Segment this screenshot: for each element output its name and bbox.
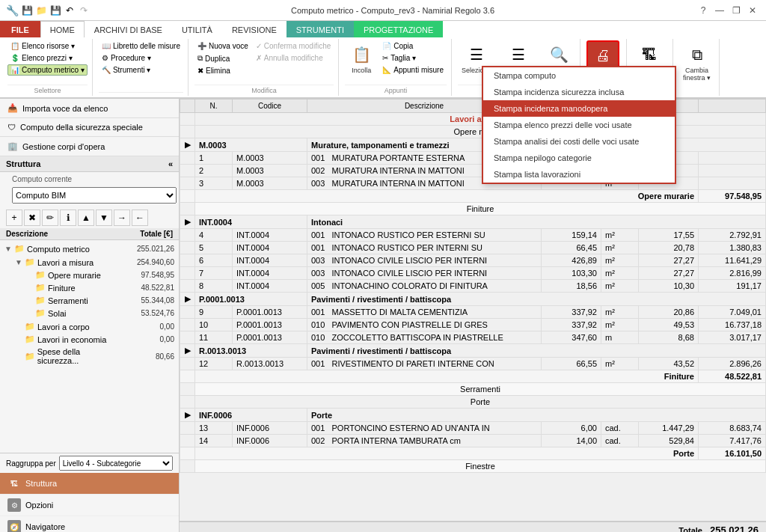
sidebar-gestione[interactable]: 🏢 Gestione corpi d'opera: [0, 137, 179, 156]
btn-strumenti[interactable]: 🔨 Strumenti ▾: [99, 64, 183, 76]
btn-elenco-prezzi[interactable]: 💲 Elenco prezzi ▾: [7, 52, 88, 64]
sidebar-sicurezza[interactable]: 🛡 Computo della sicurezza speciale: [0, 118, 179, 136]
table-row[interactable]: 3 M.0003 003 MURATURA INTERNA IN MATTONI…: [180, 177, 766, 190]
tree-children-computo: ▼ 📁 Lavori a misura 254.940,60 📁: [1, 255, 177, 367]
deselect-icon: ☰: [506, 43, 530, 67]
nav-tab-navigatore[interactable]: 🧭 Navigatore: [0, 516, 179, 532]
table-row[interactable]: ▶ M.0003 Murature, tamponamenti e tramez…: [180, 138, 766, 152]
table-row[interactable]: ▶ R.0013.0013 Pavimenti / rivestimenti /…: [180, 344, 766, 358]
btn-appunti-misure[interactable]: 📐 Appunti misure: [379, 64, 447, 76]
raggruppa-select[interactable]: Livello 4 - Subcategorie: [59, 456, 173, 471]
libretto-items: 📖 Libretto delle misure ⚙ Procedure ▾ 🔨 …: [99, 40, 183, 92]
btn-conferma[interactable]: ✓ Conferma modifiche: [253, 40, 334, 52]
table-row[interactable]: 5 INT.0004 001 INTONACO RUSTICO PER INTE…: [180, 242, 766, 254]
table-row[interactable]: 7 INT.0004 003 INTONACO CIVILE LISCIO PE…: [180, 267, 766, 280]
floppy-icon[interactable]: 💾: [49, 4, 61, 16]
redo-icon[interactable]: ↷: [78, 4, 90, 16]
collapse-struttura-icon[interactable]: «: [168, 159, 173, 168]
table-row[interactable]: ▶ INT.0004 Intonaci: [180, 215, 766, 229]
computo-select[interactable]: Computo BIM: [12, 187, 177, 204]
delete-icon: ✖: [197, 67, 203, 75]
btn-annulla[interactable]: ✗ Annulla modifiche: [253, 52, 334, 64]
btn-procedure[interactable]: ⚙ Procedure ▾: [99, 52, 183, 64]
dropdown-item-5[interactable]: Stampa analisi dei costi delle voci usat…: [483, 133, 675, 150]
tree-row-spese[interactable]: 📁 Spese della sicurezza... 80,66: [12, 346, 177, 367]
tab-archivi[interactable]: ARCHIVI DI BASE: [85, 21, 172, 37]
data-icon: 🏗: [637, 43, 661, 67]
table-row[interactable]: 13 INF.0006 001 PORTONCINO ESTERNO AD UN…: [180, 422, 766, 435]
table-row[interactable]: 1 M.0003 001 MURATURA PORTANTE ESTERNA m…: [180, 152, 766, 165]
dropdown-item-3[interactable]: Stampa incidenza manodopera: [483, 100, 675, 117]
tree-row-lavori-misura[interactable]: ▼ 📁 Lavori a misura 254.940,60: [12, 256, 177, 269]
tree-delete-button[interactable]: ✖: [24, 210, 40, 226]
tree-up-button[interactable]: ▲: [78, 210, 94, 226]
table-row: Serramenti: [180, 383, 766, 396]
tab-strumenti[interactable]: STRUMENTI: [287, 21, 354, 37]
tree-row-finiture[interactable]: 📁 Finiture 48.522,81: [22, 281, 177, 294]
btn-taglia[interactable]: ✂ Taglia ▾: [379, 52, 447, 64]
undo-icon[interactable]: ↶: [64, 4, 76, 16]
sidebar-import-voce[interactable]: 📥 Importa voce da elenco: [0, 99, 179, 117]
btn-computo-metrico[interactable]: 📊 Computo metrico ▾: [7, 64, 88, 76]
btn-libretto[interactable]: 📖 Libretto delle misure: [99, 40, 183, 52]
tree-row-corpo[interactable]: 📁 Lavori a corpo 0,00: [12, 320, 177, 333]
table-row[interactable]: 9 P.0001.0013 001 MASSETTO DI MALTA CEME…: [180, 306, 766, 319]
tree-row-opere[interactable]: 📁 Opere murarie 97.548,95: [22, 269, 177, 281]
table-row[interactable]: 2 M.0003 002 MURATURA INTERNA IN MATTONI…: [180, 165, 766, 177]
dropdown-item-1[interactable]: Stampa computo: [483, 67, 675, 84]
nav-tab-opzioni[interactable]: ⚙ Opzioni: [0, 495, 179, 516]
ribbon-group-modifica: ➕ Nuova voce ⧉ Duplica ✖ Elimina ✓: [190, 39, 339, 96]
tree-row-serramenti[interactable]: 📁 Serramenti 55.344,08: [22, 294, 177, 307]
tree-down-button[interactable]: ▼: [96, 210, 112, 226]
tab-home[interactable]: HOME: [40, 21, 85, 37]
nav-tab-struttura[interactable]: 🏗 Struttura: [0, 473, 179, 495]
tree-icon-opere: 📁: [35, 270, 46, 280]
ribbon-tabs: FILE HOME ARCHIVI DI BASE UTILITÀ REVISI…: [0, 21, 766, 37]
btn-incolla[interactable]: 📋 Incolla: [345, 40, 378, 76]
tree-icon-serramenti: 📁: [35, 296, 46, 305]
tab-utilita[interactable]: UTILITÀ: [172, 21, 222, 37]
strumenti-icon: 🔨: [102, 66, 111, 74]
dropdown-item-6[interactable]: Stampa nepilogo categorie: [483, 150, 675, 166]
btn-duplica[interactable]: ⧉ Duplica: [194, 52, 251, 64]
tab-revisione[interactable]: REVISIONE: [222, 21, 287, 37]
tree-row-computo[interactable]: ▼ 📁 Computo metrico 255.021,26: [1, 242, 177, 255]
table-row[interactable]: 12 R.0013.0013 001 RIVESTIMENTO DI PARET…: [180, 358, 766, 370]
table-row[interactable]: ▶ P.0001.0013 Pavimenti / rivestimenti /…: [180, 293, 766, 306]
tab-progettazione[interactable]: PROGETTAZIONE: [354, 21, 443, 37]
table-row[interactable]: 11 P.0001.0013 010 ZOCCOLETTO BATTISCOPA…: [180, 331, 766, 344]
table-row[interactable]: 4 INT.0004 001 INTONACO RUSTICO PER ESTE…: [180, 229, 766, 242]
table-row[interactable]: ▶ INF.0006 Porte: [180, 409, 766, 422]
btn-copia[interactable]: 📄 Copia: [379, 40, 447, 52]
dropdown-item-7[interactable]: Stampa lista lavorazioni: [483, 166, 675, 183]
tree-edit-button[interactable]: ✏: [42, 210, 58, 226]
table-row[interactable]: 14 INF.0006 002 PORTA INTERNA TAMBURATA …: [180, 435, 766, 447]
btn-cambia-finestra[interactable]: ⧉ Cambiafinestra ▾: [679, 40, 714, 84]
minimize-button[interactable]: —: [712, 3, 727, 18]
risorse-icon: 📋: [10, 42, 19, 50]
opzioni-nav-icon: ⚙: [7, 498, 21, 512]
dropdown-item-2[interactable]: Stampa incidenza sicurezza inclusa: [483, 84, 675, 100]
tree-outdent-button[interactable]: ←: [132, 210, 148, 226]
table-row[interactable]: 6 INT.0004 003 INTONACO CIVILE LISCIO PE…: [180, 254, 766, 267]
tree-row-solai[interactable]: 📁 Solai 53.524,76: [22, 307, 177, 319]
dropdown-item-4[interactable]: Stampa elenco prezzi delle voci usate: [483, 117, 675, 133]
selettore-label: Selettore: [7, 85, 88, 94]
tree-add-button[interactable]: +: [6, 210, 22, 226]
btn-nuova-voce[interactable]: ➕ Nuova voce: [194, 40, 251, 52]
table-row[interactable]: 10 P.0001.0013 010 PAVIMENTO CON PIASTRE…: [180, 319, 766, 331]
help-button[interactable]: ?: [696, 3, 711, 18]
tree-props-button[interactable]: ℹ: [60, 210, 76, 226]
restore-button[interactable]: ❐: [729, 3, 744, 18]
close-button[interactable]: ✕: [745, 3, 760, 18]
folder-icon[interactable]: 📁: [35, 4, 47, 16]
save-icon[interactable]: 💾: [21, 4, 33, 16]
btn-elenco-risorse[interactable]: 📋 Elenco risorse ▾: [7, 40, 88, 52]
table-row[interactable]: 8 INT.0004 005 INTONACHINO COLORATO DI F…: [180, 280, 766, 293]
btn-elimina[interactable]: ✖ Elimina: [194, 65, 251, 76]
paste-icon: 📋: [349, 43, 373, 67]
tree-indent-button[interactable]: →: [114, 210, 130, 226]
tab-file[interactable]: FILE: [0, 21, 40, 37]
tree-row-economia[interactable]: 📁 Lavori in economia 0,00: [12, 333, 177, 346]
content-area: N. Codice Descrizione Quantità U.M. Lavo…: [180, 99, 766, 532]
